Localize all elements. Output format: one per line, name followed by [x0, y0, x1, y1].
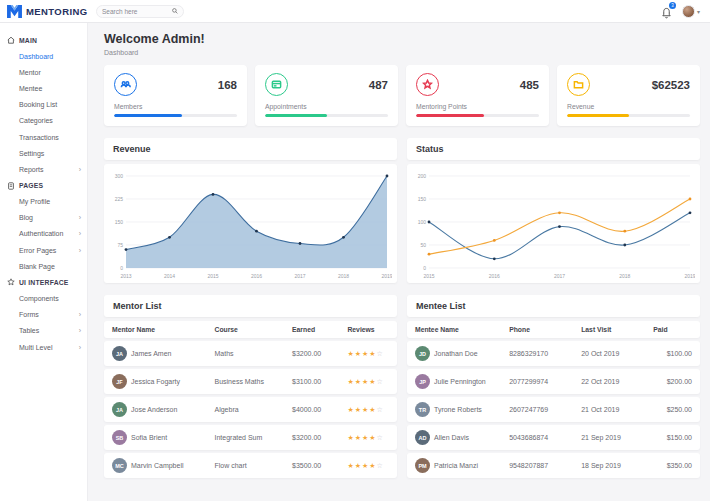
mentee-last-visit: 20 Oct 2019 [581, 350, 653, 357]
stat-card-revenue[interactable]: $62523 Revenue [557, 65, 700, 126]
sidebar-item-label: Error Pages [19, 247, 56, 254]
sidebar-item-label: Transactions [19, 134, 59, 141]
sidebar-item-tables[interactable]: Tables › [0, 323, 87, 339]
mentee-phone: 2607247769 [509, 406, 581, 413]
pages-icon [7, 182, 15, 190]
mentor-name: Sofia Brient [131, 434, 167, 441]
mentor-name: James Amen [131, 350, 171, 357]
sidebar-item-dashboard[interactable]: Dashboard [0, 48, 87, 64]
mentee-last-visit: 22 Oct 2019 [581, 378, 653, 385]
stat-card-mentoring-points[interactable]: 485 Mentoring Points [406, 65, 549, 126]
svg-text:200: 200 [418, 173, 427, 179]
column-header: Mentee Name [415, 326, 509, 333]
chevron-right-icon: › [79, 166, 81, 173]
star-icon [422, 79, 433, 90]
column-header: Mentor Name [112, 326, 214, 333]
mentee-phone: 9548207887 [509, 462, 581, 469]
mentee-paid: $250.00 [653, 406, 692, 413]
mentor-name: Marvin Campbell [131, 462, 184, 469]
stat-progress-bar [416, 114, 539, 117]
mentee-name: Tyrone Roberts [434, 406, 482, 413]
search-input[interactable] [102, 8, 172, 15]
stat-card-appointments[interactable]: 487 Appointments [255, 65, 398, 126]
mentor-table-row[interactable]: JF Jessica Fogarty Business Maths $3100.… [104, 369, 397, 394]
revenue-area-chart[interactable]: 0751502253002013201420152016201720182019 [109, 169, 392, 281]
mentee-last-visit: 21 Sep 2019 [581, 434, 653, 441]
stat-value: 485 [520, 79, 539, 91]
sidebar-item-authentication[interactable]: Authentication › [0, 226, 87, 242]
sidebar-item-components[interactable]: Components [0, 290, 87, 306]
logo[interactable]: MENTORING [0, 4, 88, 18]
column-header: Course [214, 326, 292, 333]
sidebar-item-mentee[interactable]: Mentee [0, 80, 87, 96]
sidebar-section-header: MAIN [0, 32, 87, 48]
mentee-paid: $150.00 [653, 434, 692, 441]
stat-progress-bar [265, 114, 388, 117]
revenue-panel: Revenue 07515022530020132014201520162017… [104, 138, 397, 283]
user-menu[interactable]: ▾ [682, 5, 700, 18]
sidebar-item-blank-page[interactable]: Blank Page [0, 258, 87, 274]
mentor-earned: $3200.00 [292, 434, 347, 441]
search-icon [172, 7, 178, 15]
mentor-name: Jessica Fogarty [131, 378, 180, 385]
sidebar-item-booking-list[interactable]: Booking List [0, 97, 87, 113]
sidebar-item-blog[interactable]: Blog › [0, 210, 87, 226]
mentee-phone: 2077299974 [509, 378, 581, 385]
home-icon [7, 36, 15, 44]
mentee-name: Allen Davis [434, 434, 469, 441]
svg-text:2014: 2014 [164, 273, 175, 279]
status-line-chart[interactable]: 05010015020020152016201720182019 [412, 169, 695, 281]
sidebar-item-error-pages[interactable]: Error Pages › [0, 242, 87, 258]
svg-text:150: 150 [418, 196, 427, 202]
mentee-table-header: Mentee NamePhoneLast VisitPaid [407, 321, 700, 338]
sidebar-item-mentor[interactable]: Mentor [0, 64, 87, 80]
stat-cards-row: 168 Members 487 Appointments 485 Mentori… [104, 65, 700, 126]
stat-value: $62523 [652, 79, 690, 91]
stat-card-members[interactable]: 168 Members [104, 65, 247, 126]
sidebar-section-header: PAGES [0, 178, 87, 194]
search-bar[interactable] [96, 5, 184, 18]
sidebar-item-transactions[interactable]: Transactions [0, 129, 87, 145]
rating-stars: ★★★★☆ [347, 434, 383, 442]
mentee-table-row[interactable]: JD Jonathan Doe 8286329170 20 Oct 2019 $… [407, 341, 700, 366]
mentor-table-row[interactable]: MC Marvin Campbell Flow chart $3500.00 ★… [104, 453, 397, 478]
stat-value: 487 [369, 79, 388, 91]
sidebar-item-label: Categories [19, 117, 53, 124]
mentee-table-row[interactable]: TR Tyrone Roberts 2607247769 21 Oct 2019… [407, 397, 700, 422]
rating-stars: ★★★★☆ [347, 350, 383, 358]
chevron-right-icon: › [79, 311, 81, 318]
stat-label: Revenue [567, 103, 690, 110]
sidebar-section-label: UI INTERFACE [19, 279, 69, 286]
mentee-table-row[interactable]: AD Allen Davis 5043686874 21 Sep 2019 $1… [407, 425, 700, 450]
mentor-table-row[interactable]: JA Jose Anderson Algebra $4000.00 ★★★★☆ [104, 397, 397, 422]
mentee-table-row[interactable]: JP Julie Pennington 2077299974 22 Oct 20… [407, 369, 700, 394]
sidebar-item-my-profile[interactable]: My Profile [0, 194, 87, 210]
sidebar-item-label: Blog [19, 214, 33, 221]
sidebar-item-label: Components [19, 295, 59, 302]
svg-text:2016: 2016 [251, 273, 262, 279]
sidebar-item-reports[interactable]: Reports › [0, 161, 87, 177]
sidebar-item-multi-level[interactable]: Multi Level › [0, 339, 87, 355]
mentee-avatar: JP [415, 374, 430, 389]
svg-text:2018: 2018 [338, 273, 349, 279]
sidebar-item-forms[interactable]: Forms › [0, 307, 87, 323]
sidebar-section-label: PAGES [19, 182, 43, 189]
app-name: MENTORING [26, 6, 87, 17]
stat-label: Members [114, 103, 237, 110]
sidebar-item-categories[interactable]: Categories [0, 113, 87, 129]
mentee-list-title: Mentee List [407, 295, 700, 317]
breadcrumb[interactable]: Dashboard [104, 49, 700, 56]
sidebar-item-label: Blank Page [19, 263, 55, 270]
page-title: Welcome Admin! [104, 32, 700, 46]
svg-text:2017: 2017 [294, 273, 305, 279]
svg-text:0: 0 [423, 265, 426, 271]
svg-text:2018: 2018 [619, 273, 630, 279]
notifications-button[interactable]: 3 [661, 5, 673, 18]
mentor-table-row[interactable]: SB Sofia Brient Integrated Sum $3200.00 … [104, 425, 397, 450]
mentor-table-row[interactable]: JA James Amen Maths $3200.00 ★★★★☆ [104, 341, 397, 366]
sidebar-item-label: Authentication [19, 230, 63, 237]
mentee-table-row[interactable]: PM Patricia Manzi 9548207887 18 Sep 2019… [407, 453, 700, 478]
sidebar-item-settings[interactable]: Settings [0, 145, 87, 161]
mentee-name: Julie Pennington [434, 378, 486, 385]
rating-stars: ★★★★☆ [347, 406, 383, 414]
